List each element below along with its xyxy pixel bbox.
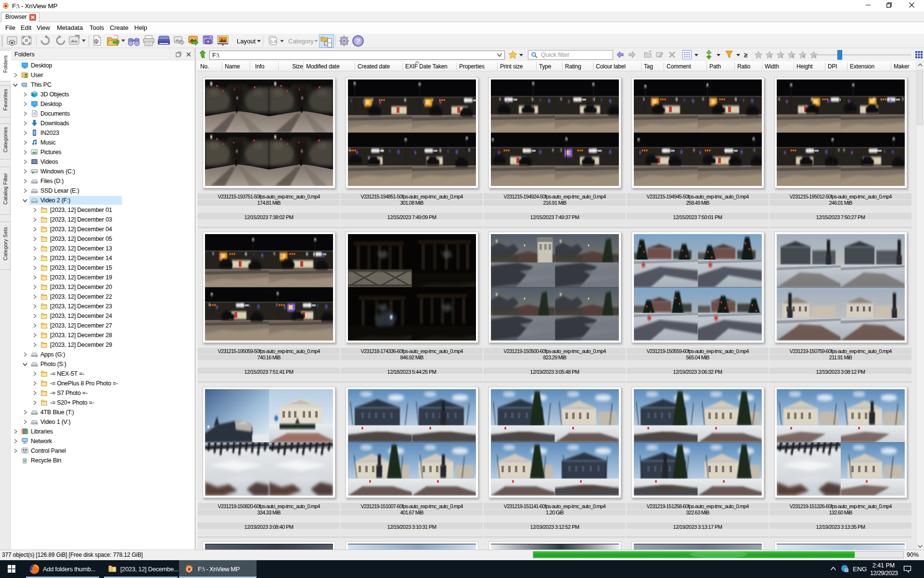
svg-text:2: 2 — [846, 569, 847, 572]
svg-text:3: 3 — [792, 54, 794, 58]
svg-text:1: 1 — [770, 54, 772, 58]
svg-text:1-5: 1-5 — [271, 39, 277, 44]
svg-text:?: ? — [356, 38, 360, 45]
svg-text:4: 4 — [803, 54, 805, 58]
svg-text:2: 2 — [781, 54, 783, 58]
